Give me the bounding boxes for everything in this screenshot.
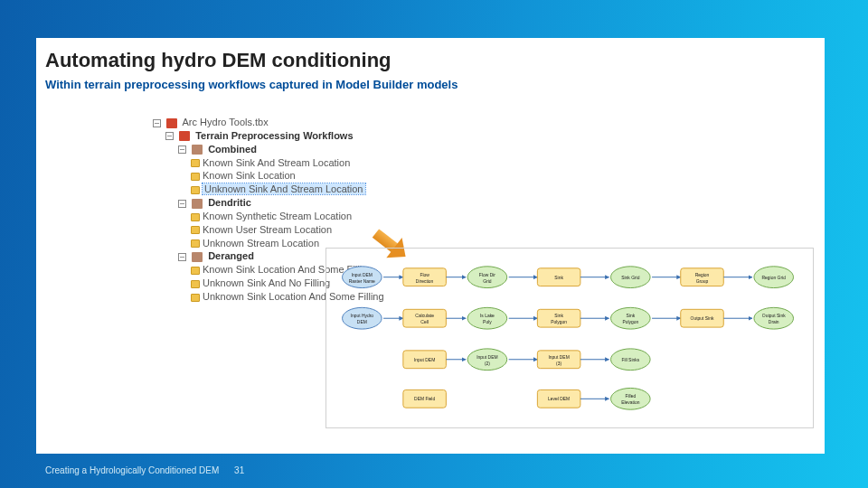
svg-text:(2): (2) bbox=[485, 361, 490, 366]
expander-icon[interactable]: – bbox=[153, 119, 161, 127]
toolset-icon bbox=[192, 199, 203, 209]
expander-icon[interactable]: – bbox=[178, 253, 186, 261]
model-tool-icon bbox=[191, 239, 200, 248]
model-builder-diagram: Input DEMRaster NameFlowDirectionFlow Di… bbox=[326, 248, 814, 428]
toolbox-icon bbox=[179, 131, 190, 141]
svg-text:Input DEM: Input DEM bbox=[548, 355, 569, 360]
tree-branch-label: Terrain Preprocessing Workflows bbox=[195, 130, 353, 141]
tree-tool[interactable]: Known Sink And Stream Location bbox=[191, 156, 384, 170]
svg-text:Output Sink: Output Sink bbox=[691, 316, 714, 321]
svg-text:Polygon: Polygon bbox=[622, 320, 638, 324]
expander-icon[interactable]: – bbox=[165, 132, 174, 140]
svg-text:Cell: Cell bbox=[420, 320, 429, 324]
tree-group[interactable]: – Dendritic Known Synthetic Stream Locat… bbox=[178, 196, 384, 249]
tree-group-label: Combined bbox=[208, 144, 257, 155]
tree-tool-label: Known Sink And Stream Location bbox=[203, 157, 350, 168]
slide-footer: Creating a Hydrologically Conditioned DE… bbox=[45, 465, 244, 475]
model-tool-icon bbox=[191, 159, 200, 167]
svg-text:Input DEM: Input DEM bbox=[476, 355, 497, 360]
svg-text:Filled: Filled bbox=[625, 394, 636, 399]
svg-text:Is Lake: Is Lake bbox=[480, 314, 495, 318]
svg-text:DEM Field: DEM Field bbox=[414, 397, 435, 401]
svg-text:Input DEM: Input DEM bbox=[352, 273, 373, 277]
tree-tool-label: Unknown Stream Location bbox=[203, 238, 319, 249]
model-tool-icon bbox=[191, 226, 200, 234]
footer-presentation: Creating a Hydrologically Conditioned DE… bbox=[45, 465, 219, 475]
svg-text:Direction: Direction bbox=[416, 279, 434, 284]
slide-title: Automating hydro DEM conditioning bbox=[45, 49, 392, 72]
svg-text:Region Grid: Region Grid bbox=[762, 276, 787, 280]
footer-page: 31 bbox=[234, 465, 244, 475]
svg-text:Sink: Sink bbox=[554, 276, 563, 280]
svg-text:Fill Sinks: Fill Sinks bbox=[621, 358, 639, 362]
tree-tool[interactable]: Known Synthetic Stream Location bbox=[191, 210, 384, 223]
svg-text:Output Sink: Output Sink bbox=[762, 314, 786, 318]
expander-icon[interactable]: – bbox=[178, 145, 186, 154]
model-tool-icon bbox=[191, 280, 200, 288]
tree-group[interactable]: – Combined Known Sink And Stream Locatio… bbox=[178, 143, 384, 196]
svg-text:Sink Grid: Sink Grid bbox=[621, 276, 640, 280]
slide-panel: Automating hydro DEM conditioning Within… bbox=[36, 38, 825, 454]
tree-tool[interactable]: Unknown Sink And Stream Location bbox=[191, 183, 384, 196]
model-tool-icon bbox=[191, 173, 200, 181]
svg-text:Grid: Grid bbox=[483, 279, 492, 284]
svg-text:Poly: Poly bbox=[483, 320, 492, 324]
tree-tool-label: Known Sink Location bbox=[203, 170, 296, 181]
tree-tool-label: Unknown Sink And No Filling bbox=[203, 277, 330, 288]
model-tool-icon bbox=[191, 267, 200, 275]
tree-tool-label: Unknown Sink And Stream Location bbox=[203, 183, 365, 194]
svg-text:Sink: Sink bbox=[627, 314, 636, 318]
svg-text:Raster Name: Raster Name bbox=[349, 279, 375, 284]
model-tool-icon bbox=[191, 186, 200, 194]
tree-group-label: Deranged bbox=[208, 250, 254, 261]
tree-tool-label: Known Synthetic Stream Location bbox=[203, 211, 352, 221]
toolbox-icon bbox=[166, 118, 177, 128]
svg-text:Flow: Flow bbox=[420, 273, 429, 277]
tree-tool[interactable]: Known Sink Location bbox=[191, 169, 384, 183]
toolset-icon bbox=[192, 145, 203, 155]
svg-text:Polygon: Polygon bbox=[551, 320, 567, 324]
svg-text:Calculate: Calculate bbox=[415, 314, 434, 318]
svg-text:Flow Dir: Flow Dir bbox=[479, 273, 495, 277]
tree-root-label: Arc Hydro Tools.tbx bbox=[183, 117, 269, 127]
svg-text:Input DEM: Input DEM bbox=[414, 358, 435, 362]
tree-group-label: Dendritic bbox=[208, 197, 251, 208]
expander-icon[interactable]: – bbox=[178, 200, 186, 208]
svg-text:Input Hydro: Input Hydro bbox=[351, 314, 374, 318]
svg-text:Elevation: Elevation bbox=[621, 400, 640, 405]
svg-text:Group: Group bbox=[696, 279, 709, 284]
svg-text:Region: Region bbox=[695, 273, 710, 277]
svg-text:(3): (3) bbox=[556, 361, 561, 366]
model-tool-icon bbox=[191, 294, 200, 302]
svg-text:Drain: Drain bbox=[769, 320, 779, 324]
svg-text:Sink: Sink bbox=[554, 314, 563, 318]
slide-subtitle: Within terrain preprocessing workflows c… bbox=[45, 78, 458, 91]
tree-tool[interactable]: Known User Stream Location bbox=[191, 223, 384, 237]
tree-tool-label: Known User Stream Location bbox=[203, 224, 332, 235]
toolset-icon bbox=[192, 252, 203, 262]
svg-text:Level DEM: Level DEM bbox=[548, 397, 570, 401]
model-tool-icon bbox=[191, 213, 200, 221]
svg-text:DEM: DEM bbox=[357, 320, 367, 324]
